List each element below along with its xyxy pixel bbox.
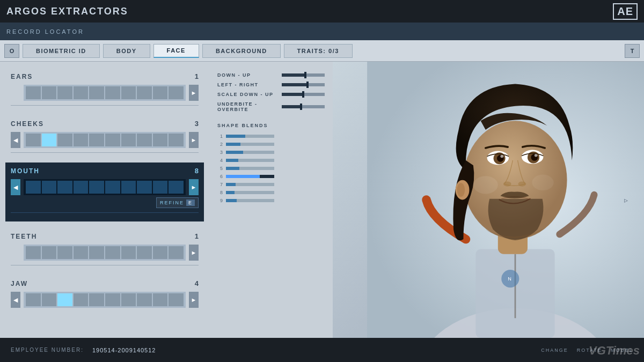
teeth-divider (11, 265, 199, 265)
slider-down-up-track[interactable] (282, 73, 325, 77)
blend-fill-9 (226, 199, 237, 202)
right-tab-button[interactable]: T (625, 44, 640, 58)
blend-track-6[interactable] (226, 175, 274, 178)
slider-down-up-label: DOWN - UP (217, 72, 276, 78)
slider-scale-fill (282, 93, 303, 96)
cheeks-right-arrow[interactable]: ► (189, 132, 199, 148)
blend-fill-7 (226, 183, 236, 186)
cheeks-label: CHEEKS (11, 120, 44, 128)
jaw-cell-3 (57, 293, 72, 306)
cheeks-strip: ◀ ► (11, 132, 199, 148)
teeth-preset-bar[interactable] (24, 245, 186, 261)
cheeks-left-arrow[interactable]: ◀ (11, 132, 20, 148)
cheeks-divider (11, 152, 199, 153)
app-title: ARGOS EXTRACTORS (6, 6, 128, 17)
svg-point-21 (532, 175, 553, 190)
vgtimes-watermark: VGTimes (589, 344, 640, 358)
mouth-number: 8 (195, 167, 199, 175)
employee-label: EMPLOYEE NUMBER: (11, 347, 84, 353)
mouth-right-arrow[interactable]: ► (189, 179, 199, 195)
change-button[interactable]: CHANGE (541, 348, 568, 353)
blend-track-1[interactable] (226, 135, 274, 138)
blend-row-3: 3 (217, 150, 325, 155)
jaw-right-arrow[interactable]: ► (189, 292, 199, 308)
refine-button[interactable]: REFINE E (156, 197, 199, 208)
ears-strip: ► (11, 85, 199, 101)
blend-num-3: 3 (217, 150, 223, 155)
blend-fill-8 (226, 191, 235, 194)
blend-track-5[interactable] (226, 167, 274, 170)
ears-cell-10 (169, 86, 184, 99)
teeth-label: TEETH (11, 233, 37, 240)
ears-cell-4 (74, 86, 89, 99)
cheeks-cell-4 (74, 134, 89, 146)
left-tab-button[interactable]: O (4, 44, 19, 58)
left-panel: EARS 1 ► (0, 62, 209, 338)
slider-left-right-fill (282, 83, 308, 86)
blend-row-2: 2 (217, 142, 325, 147)
mouth-cell-1 (26, 181, 41, 194)
slider-scale-label: SCALE DOWN - UP (217, 92, 276, 97)
svg-point-9 (457, 183, 465, 197)
svg-point-13 (500, 155, 503, 158)
blend-fill-5 (226, 167, 239, 170)
tab-traits[interactable]: TRAITS: 0/3 (284, 44, 353, 58)
jaw-header: JAW 4 (11, 279, 199, 287)
slider-left-right-track[interactable] (282, 83, 325, 86)
blend-track-7[interactable] (226, 183, 274, 186)
mouth-header: MOUTH 8 (11, 167, 199, 175)
blend-row-1: 1 (217, 134, 325, 139)
blend-track-4[interactable] (226, 159, 274, 162)
teeth-right-arrow[interactable]: ► (189, 245, 199, 261)
jaw-cell-5 (89, 293, 104, 306)
teeth-header: TEETH 1 (11, 232, 199, 240)
tab-background[interactable]: BACKGROUND (202, 44, 281, 58)
cheeks-cell-2 (42, 134, 57, 146)
jaw-number: 4 (195, 279, 199, 287)
teeth-cell-3 (57, 246, 72, 259)
jaw-cell-6 (105, 293, 120, 306)
blend-fill-1 (226, 135, 245, 138)
teeth-cell-7 (121, 246, 136, 259)
blend-fill-2 (226, 143, 240, 146)
slider-scale-track[interactable] (282, 93, 325, 96)
tab-face[interactable]: FACE (153, 44, 199, 58)
blend-fill-4 (226, 159, 238, 162)
blend-num-2: 2 (217, 142, 223, 147)
blend-num-7: 7 (217, 182, 223, 187)
jaw-cell-8 (137, 293, 152, 306)
ears-cell-7 (121, 86, 136, 99)
blend-track-8[interactable] (226, 191, 274, 194)
mouth-cell-8 (137, 181, 152, 194)
tab-body[interactable]: BODY (103, 44, 150, 58)
jaw-cell-9 (153, 293, 168, 306)
bottom-bar: EMPLOYEE NUMBER: 190514-2009140512 CHANG… (0, 338, 644, 362)
mouth-section: MOUTH 8 ◀ ► (5, 162, 204, 221)
blend-num-5: 5 (217, 166, 223, 171)
blend-track-9[interactable] (226, 199, 274, 202)
slider-bite-row: UNDERBITE - OVERBITE (217, 101, 325, 112)
jaw-strip: ◀ ► (11, 292, 199, 308)
teeth-cell-1 (26, 246, 41, 259)
jaw-left-arrow[interactable]: ◀ (11, 292, 20, 308)
mouth-cell-3 (57, 181, 72, 194)
blend-num-6: 6 (217, 174, 223, 179)
mouth-left-arrow[interactable]: ◀ (11, 179, 20, 195)
jaw-preset-bar[interactable] (24, 292, 186, 308)
teeth-cell-5 (89, 246, 104, 259)
blend-num-4: 4 (217, 158, 223, 163)
ears-right-arrow[interactable]: ► (189, 85, 199, 101)
employee-info: EMPLOYEE NUMBER: 190514-2009140512 (11, 347, 156, 353)
tab-biometric-id[interactable]: BIOMETRIC ID (23, 44, 100, 58)
ears-preset-bar[interactable] (24, 85, 186, 101)
blend-track-2[interactable] (226, 143, 274, 146)
slider-left-right-thumb (306, 82, 309, 88)
slider-down-up-row: DOWN - UP (217, 72, 325, 78)
ae-logo: AE (613, 3, 638, 20)
main-area: EARS 1 ► (0, 62, 644, 338)
svg-point-18 (503, 181, 511, 186)
cheeks-preset-bar[interactable] (24, 132, 186, 148)
slider-bite-track[interactable] (282, 105, 325, 108)
blend-track-3[interactable] (226, 151, 274, 154)
mouth-preset-bar[interactable] (24, 179, 186, 195)
